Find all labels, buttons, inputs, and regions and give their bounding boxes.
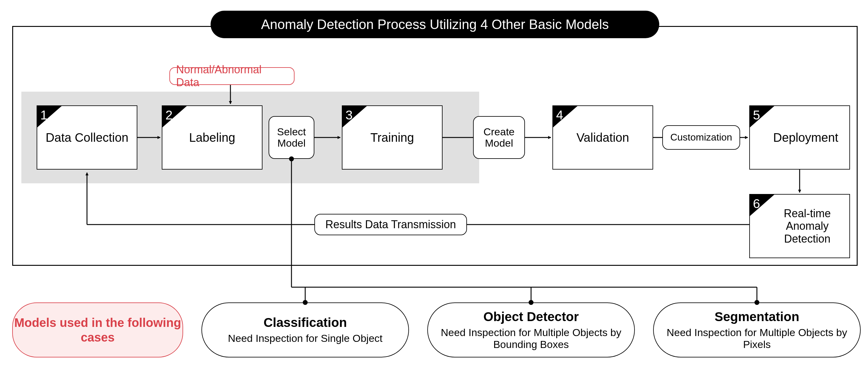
customization-box: Customization [662, 125, 740, 150]
customization-label: Customization [670, 132, 732, 143]
results-transmission-label: Results Data Transmission [326, 219, 456, 231]
diagram-title: Anomaly Detection Process Utilizing 4 Ot… [261, 17, 609, 32]
step-number-4: 4 [553, 106, 578, 128]
model-object-detector: Object Detector Need Inspection for Mult… [427, 303, 635, 358]
models-used-label-pill: Models used in the following cases [12, 303, 183, 358]
results-transmission-box: Results Data Transmission [314, 214, 467, 235]
step-number-5: 5 [750, 106, 774, 128]
step-number-6: 6 [750, 195, 774, 216]
normal-abnormal-annotation: Normal/Abnormal Data [169, 67, 294, 85]
step-validation: 4 Validation [552, 105, 653, 170]
connector-dot-segmentation [754, 300, 760, 305]
step-label-2: Labeling [189, 131, 235, 144]
connector-dot-classification [303, 300, 308, 305]
step-label-6: Real-time Anomaly Detection [771, 207, 843, 245]
model-segmentation-sub: Need Inspection for Multiple Objects by … [663, 327, 851, 350]
step-label-4: Validation [577, 131, 629, 144]
step-number-2: 2 [162, 106, 187, 128]
step-data-collection: 1 Data Collection [37, 105, 137, 170]
models-used-label: Models used in the following cases [13, 315, 183, 345]
step-training: 3 Training [342, 105, 442, 170]
model-object-detector-sub: Need Inspection for Multiple Objects by … [437, 327, 625, 350]
create-model-box: Create Model [473, 116, 525, 159]
step-number-1: 1 [37, 106, 62, 128]
step-labeling: 2 Labeling [162, 105, 262, 170]
step-number-3: 3 [342, 106, 367, 128]
step-realtime-detection: 6 Real-time Anomaly Detection [749, 194, 850, 258]
step-label-3: Training [370, 131, 414, 144]
model-segmentation: Segmentation Need Inspection for Multipl… [653, 303, 861, 358]
model-object-detector-title: Object Detector [484, 309, 579, 324]
select-model-box: Select Model [269, 116, 314, 159]
model-classification: Classification Need Inspection for Singl… [202, 303, 409, 358]
step-label-5: Deployment [773, 131, 838, 144]
create-model-label: Create Model [474, 126, 524, 149]
select-model-label: Select Model [269, 126, 314, 149]
model-segmentation-title: Segmentation [714, 309, 799, 324]
diagram-canvas: Anomaly Detection Process Utilizing 4 Ot… [0, 0, 868, 366]
model-classification-title: Classification [264, 315, 347, 330]
connector-dot-select-model [289, 157, 294, 161]
connector-dot-object-detector [529, 300, 533, 305]
annotation-text: Normal/Abnormal Data [176, 63, 288, 89]
model-classification-sub: Need Inspection for Single Object [228, 332, 383, 344]
step-deployment: 5 Deployment [749, 105, 850, 170]
step-label-1: Data Collection [45, 131, 128, 144]
diagram-title-pill: Anomaly Detection Process Utilizing 4 Ot… [211, 11, 659, 38]
